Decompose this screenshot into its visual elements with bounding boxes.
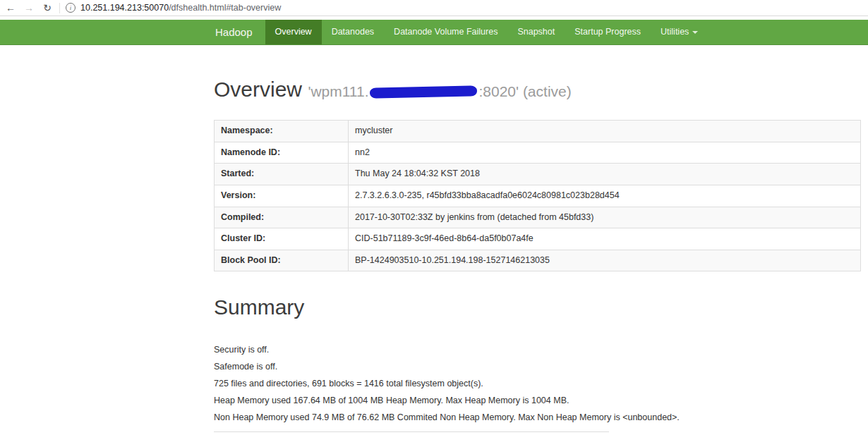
url-text[interactable]: 10.251.194.213:50070/dfshealth.html#tab-… <box>80 3 281 13</box>
row-label: Namenode ID: <box>215 142 349 164</box>
table-row: Block Pool ID: BP-1424903510-10.251.194.… <box>215 250 861 271</box>
row-value: Thu May 24 18:04:32 KST 2018 <box>349 164 861 185</box>
summary-line-files: 725 files and directories, 691 blocks = … <box>214 379 861 388</box>
table-row: Namespace: mycluster <box>215 121 861 142</box>
tab-utilities-label: Utilities <box>661 27 689 37</box>
subtitle-suffix: :8020' (active) <box>478 83 571 99</box>
row-value: 2.7.3.2.6.3.0-235, r45bfd33bba8acadfa0e6… <box>349 185 861 207</box>
main-content: Overview 'wpm111.:8020' (active) Namespa… <box>214 78 861 435</box>
address-bar[interactable]: i 10.251.194.213:50070/dfshealth.html#ta… <box>66 3 864 13</box>
tab-startup-progress[interactable]: Startup Progress <box>565 20 651 44</box>
overview-info-table: Namespace: mycluster Namenode ID: nn2 St… <box>214 120 861 271</box>
hadoop-navbar: Hadoop Overview Datanodes Datanode Volum… <box>0 20 868 45</box>
summary-heading: Summary <box>214 295 861 319</box>
table-row: Started: Thu May 24 18:04:32 KST 2018 <box>215 164 861 185</box>
next-table-top-border <box>214 431 609 435</box>
tab-datanode-volume-failures[interactable]: Datanode Volume Failures <box>384 20 507 44</box>
table-row: Namenode ID: nn2 <box>215 142 861 164</box>
tab-overview[interactable]: Overview <box>265 20 322 44</box>
row-value: BP-1424903510-10.251.194.198-15271462130… <box>349 250 861 271</box>
hadoop-brand: Hadoop <box>214 20 265 44</box>
page-info-icon[interactable]: i <box>66 3 76 13</box>
subtitle-prefix: 'wpm111. <box>308 83 368 99</box>
summary-line-safemode: Safemode is off. <box>214 362 861 372</box>
navbar-inner: Hadoop Overview Datanodes Datanode Volum… <box>214 20 868 44</box>
table-row: Cluster ID: CID-51b71189-3c9f-46ed-8b64-… <box>215 228 861 250</box>
row-value: mycluster <box>349 121 861 142</box>
back-icon[interactable]: ← <box>4 3 17 13</box>
tab-datanodes[interactable]: Datanodes <box>322 20 384 44</box>
row-label: Started: <box>215 164 349 185</box>
url-host: 10.251.194.213:50070 <box>80 3 169 13</box>
tab-snapshot[interactable]: Snapshot <box>507 20 565 44</box>
table-row: Compiled: 2017-10-30T02:33Z by jenkins f… <box>215 207 861 228</box>
overview-heading: Overview 'wpm111.:8020' (active) <box>214 78 861 102</box>
table-row: Version: 2.7.3.2.6.3.0-235, r45bfd33bba8… <box>215 185 861 207</box>
omnibox-divider <box>59 3 60 13</box>
row-label: Cluster ID: <box>215 228 349 250</box>
summary-line-nonheap: Non Heap Memory used 74.9 MB of 76.62 MB… <box>214 412 861 422</box>
row-label: Version: <box>215 185 349 207</box>
overview-title: Overview <box>214 78 302 101</box>
row-label: Namespace: <box>215 121 349 142</box>
row-label: Compiled: <box>215 207 349 228</box>
row-value: 2017-10-30T02:33Z by jenkins from (detac… <box>349 207 861 228</box>
url-path: /dfshealth.html#tab-overview <box>169 3 281 13</box>
row-value: nn2 <box>349 142 861 164</box>
forward-icon[interactable]: → <box>23 3 35 13</box>
chevron-down-icon <box>692 31 698 34</box>
row-label: Block Pool ID: <box>215 250 349 271</box>
summary-line-heap: Heap Memory used 167.64 MB of 1004 MB He… <box>214 396 861 405</box>
browser-toolbar: ← → ↻ i 10.251.194.213:50070/dfshealth.h… <box>0 0 868 16</box>
navbar-tabs: Overview Datanodes Datanode Volume Failu… <box>265 20 709 44</box>
row-value: CID-51b71189-3c9f-46ed-8b64-da5f0b07a4fe <box>349 228 861 250</box>
tab-utilities[interactable]: Utilities <box>651 20 708 44</box>
summary-line-security: Security is off. <box>214 345 861 355</box>
redaction-overlay <box>370 85 477 98</box>
reload-icon[interactable]: ↻ <box>41 3 54 13</box>
namenode-subtitle: 'wpm111.:8020' (active) <box>308 83 571 99</box>
